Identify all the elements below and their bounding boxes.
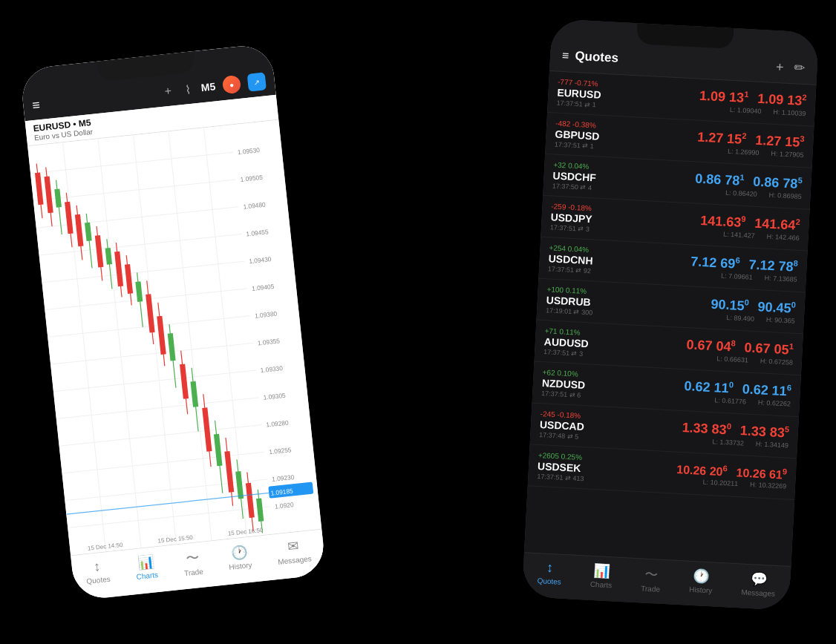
svg-text:1.09430: 1.09430 — [249, 255, 272, 265]
usdchf-low: L: 0.86420 — [725, 189, 757, 198]
qnav-history-icon: 🕐 — [693, 568, 710, 585]
nav-quotes[interactable]: ↕ Quotes — [85, 558, 111, 588]
qnav-messages-icon: 💬 — [751, 571, 768, 588]
svg-text:1.09405: 1.09405 — [252, 283, 275, 292]
svg-line-11 — [62, 452, 264, 473]
svg-rect-58 — [157, 316, 166, 355]
svg-text:1.09355: 1.09355 — [257, 337, 280, 346]
quotes-title: Quotes — [575, 49, 766, 73]
usdchf-bid: 0.86 781 — [695, 171, 745, 189]
gbpusd-low: L: 1.26990 — [728, 148, 760, 157]
nav-trade-label: Trade — [184, 568, 204, 578]
indicator-icon[interactable]: ● — [222, 75, 241, 94]
usdsek-high: H: 10.32269 — [750, 481, 787, 490]
add-icon[interactable]: + — [164, 85, 172, 99]
audusd-low: L: 0.66631 — [716, 355, 748, 364]
svg-rect-76 — [256, 499, 264, 522]
nav-charts-label: Charts — [136, 571, 158, 581]
svg-rect-40 — [65, 202, 74, 234]
nav-messages[interactable]: ✉ Messages — [275, 536, 312, 568]
qnav-charts[interactable]: 📊 Charts — [590, 562, 613, 591]
svg-line-9 — [56, 398, 259, 419]
edit-icon[interactable]: ✏ — [794, 59, 806, 76]
quote-right-gbpusd: 1.27 152 1.27 153 L: 1.26990 H: 1.27905 — [636, 125, 805, 159]
usdjpy-high: H: 142.466 — [766, 233, 800, 242]
qnav-charts-label: Charts — [590, 580, 613, 590]
chart-area[interactable]: 1.09530 1.09505 1.09480 1.09455 1.09430 … — [27, 120, 321, 556]
quotes-screen: ≡ Quotes + ✏ -777 -0.71% EURUSD 17:37:51… — [522, 19, 819, 611]
usdcad-high: H: 1.34149 — [756, 440, 789, 449]
usdcad-low: L: 1.33732 — [712, 438, 744, 447]
usdjpy-ask: 141.642 — [754, 215, 800, 234]
qnav-history-label: History — [689, 585, 713, 595]
svg-rect-54 — [135, 281, 143, 302]
qnav-quotes[interactable]: ↕ Quotes — [537, 559, 562, 588]
candlestick-chart: 1.09530 1.09505 1.09480 1.09455 1.09430 … — [27, 120, 321, 556]
usdcnh-ask: 7.12 788 — [748, 256, 798, 275]
nav-history[interactable]: 🕐 History — [226, 543, 252, 573]
nzdusd-bid: 0.62 110 — [684, 378, 734, 396]
history-icon: 🕐 — [230, 543, 248, 561]
svg-text:1.09280: 1.09280 — [266, 418, 289, 428]
usdsek-bid: 10.26 206 — [676, 461, 728, 479]
usdjpy-prices: 141.639 141.642 — [700, 212, 800, 234]
nav-trade[interactable]: 〜 Trade — [182, 548, 203, 577]
plus-icon[interactable]: + — [776, 59, 785, 75]
quote-right-eurusd: 1.09 131 1.09 132 L: 1.09040 H: 1.10039 — [638, 84, 806, 117]
svg-rect-36 — [44, 176, 53, 213]
svg-line-17 — [169, 131, 212, 540]
usdsek-prices: 10.26 206 10.26 619 — [676, 461, 788, 482]
quotes-list: -777 -0.71% EURUSD 17:37:51 ⇄ 1 1.09 131… — [524, 71, 816, 566]
usdcad-ask: 1.33 835 — [739, 422, 789, 441]
usdcnh-low: L: 7.09661 — [721, 272, 753, 281]
hamburger-icon-right[interactable]: ≡ — [562, 49, 569, 62]
usdrub-prices: 90.150 90.450 — [711, 296, 796, 317]
qnav-trade[interactable]: 〜 Trade — [641, 565, 662, 593]
svg-rect-72 — [235, 471, 244, 499]
svg-rect-34 — [35, 173, 44, 206]
tl-icon[interactable]: ↗ — [247, 72, 267, 91]
audusd-prices: 0.67 048 0.67 051 — [686, 336, 794, 358]
curve-icon[interactable]: ⌇ — [184, 82, 192, 96]
hamburger-icon[interactable]: ≡ — [31, 97, 41, 114]
svg-rect-62 — [180, 364, 189, 399]
phone-right: ≡ Quotes + ✏ -777 -0.71% EURUSD 17:37:51… — [522, 19, 819, 611]
svg-rect-50 — [114, 252, 123, 286]
quote-left-nzdusd: +62 0.10% NZDUSD 17:37:51 ⇄ 6 — [541, 368, 624, 401]
charts-icon: 📊 — [137, 553, 154, 571]
qnav-messages-label: Messages — [741, 588, 775, 598]
qnav-trade-icon: 〜 — [644, 565, 658, 584]
qnav-charts-icon: 📊 — [593, 562, 610, 579]
usdchf-prices: 0.86 781 0.86 785 — [695, 171, 803, 193]
svg-rect-60 — [168, 333, 176, 361]
svg-line-13 — [68, 507, 270, 528]
svg-text:1.09455: 1.09455 — [246, 228, 269, 237]
trade-icon: 〜 — [185, 548, 200, 568]
usdcnh-prices: 7.12 696 7.12 788 — [690, 253, 798, 275]
quote-right-usdchf: 0.86 781 0.86 785 L: 0.86420 H: 0.86985 — [634, 167, 803, 200]
usdrub-ask: 90.450 — [757, 298, 796, 317]
nav-charts[interactable]: 📊 Charts — [134, 553, 159, 582]
svg-line-15 — [98, 139, 141, 548]
usdcad-bid: 1.33 830 — [682, 419, 731, 438]
nav-history-label: History — [229, 561, 252, 571]
svg-line-77 — [66, 493, 269, 514]
usdrub-high: H: 90.365 — [766, 316, 796, 325]
svg-line-10 — [59, 425, 262, 447]
quote-right-nzdusd: 0.62 110 0.62 116 L: 0.61776 H: 0.62262 — [623, 375, 791, 408]
gbpusd-prices: 1.27 152 1.27 153 — [697, 129, 805, 151]
eurusd-high: H: 1.10039 — [773, 108, 806, 117]
qnav-messages[interactable]: 💬 Messages — [741, 571, 776, 599]
svg-text:1.09330: 1.09330 — [260, 364, 283, 374]
gbpusd-high: H: 1.27905 — [771, 150, 804, 159]
usdrub-low: L: 89.490 — [726, 314, 754, 323]
usdsek-low: L: 10.20211 — [702, 479, 738, 487]
svg-line-3 — [39, 234, 242, 255]
usdjpy-bid: 141.639 — [700, 212, 746, 231]
qnav-history[interactable]: 🕐 History — [689, 568, 713, 597]
gbpusd-bid: 1.27 152 — [697, 129, 747, 148]
usdchf-high: H: 0.86985 — [768, 191, 802, 200]
timeframe-label[interactable]: M5 — [200, 80, 216, 93]
nzdusd-prices: 0.62 110 0.62 116 — [684, 378, 791, 400]
quote-right-audusd: 0.67 048 0.67 051 L: 0.66631 H: 0.67258 — [625, 333, 794, 367]
